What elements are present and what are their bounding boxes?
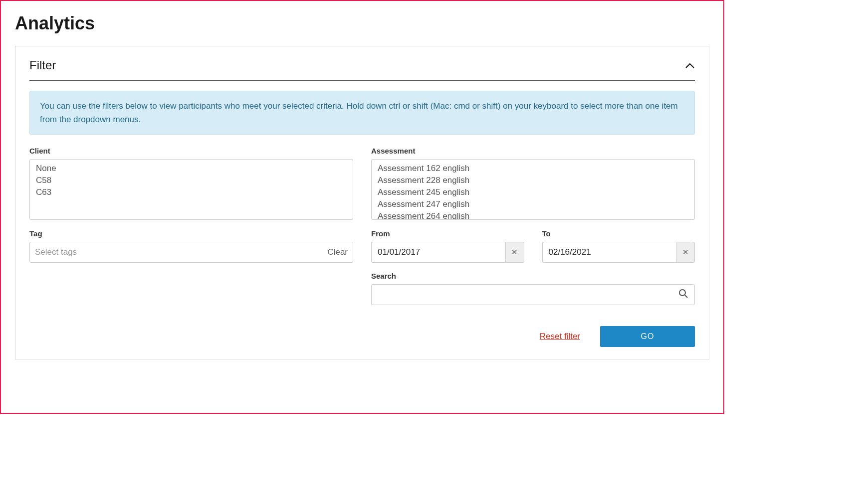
date-row: From ✕ To ✕ <box>371 229 695 263</box>
to-label: To <box>542 229 695 238</box>
right-column: Assessment Assessment 162 englishAssessm… <box>371 147 695 347</box>
client-option[interactable]: None <box>34 163 349 174</box>
from-field: From ✕ <box>371 229 524 263</box>
assessment-option[interactable]: Assessment 228 english <box>376 174 690 186</box>
assessment-option[interactable]: Assessment 245 english <box>376 186 690 198</box>
to-input[interactable] <box>542 242 676 263</box>
from-input[interactable] <box>371 242 505 263</box>
left-column: Client NoneC58C63 Tag Clear <box>29 147 353 347</box>
chevron-up-icon[interactable] <box>685 60 695 71</box>
assessment-field: Assessment Assessment 162 englishAssessm… <box>371 147 695 220</box>
client-field: Client NoneC58C63 <box>29 147 353 220</box>
from-clear-button[interactable]: ✕ <box>505 242 524 263</box>
filter-grid: Client NoneC58C63 Tag Clear Assessment A… <box>29 147 695 347</box>
client-label: Client <box>29 147 353 155</box>
from-label: From <box>371 229 524 238</box>
search-icon[interactable] <box>678 289 688 301</box>
assessment-option[interactable]: Assessment 264 english <box>376 210 690 220</box>
filter-heading: Filter <box>29 58 56 72</box>
to-field: To ✕ <box>542 229 695 263</box>
to-clear-button[interactable]: ✕ <box>676 242 695 263</box>
tag-input[interactable] <box>35 247 327 257</box>
actions-row: Reset filter GO <box>371 326 695 347</box>
svg-line-1 <box>685 295 687 298</box>
svg-point-0 <box>679 290 685 296</box>
client-listbox[interactable]: NoneC58C63 <box>29 159 353 220</box>
assessment-label: Assessment <box>371 147 695 155</box>
tag-label: Tag <box>29 229 353 238</box>
filter-header: Filter <box>29 58 695 81</box>
page-title: Analytics <box>15 13 709 34</box>
search-wrap <box>371 284 695 305</box>
client-option[interactable]: C58 <box>34 174 349 186</box>
to-input-group: ✕ <box>542 242 695 263</box>
close-icon: ✕ <box>682 248 689 257</box>
filter-panel: Filter You can use the filters below to … <box>15 46 709 359</box>
info-banner: You can use the filters below to view pa… <box>29 91 695 135</box>
from-input-group: ✕ <box>371 242 524 263</box>
search-label: Search <box>371 272 695 280</box>
assessment-option[interactable]: Assessment 247 english <box>376 198 690 210</box>
search-field: Search <box>371 272 695 305</box>
assessment-option[interactable]: Assessment 162 english <box>376 163 690 174</box>
tag-clear-button[interactable]: Clear <box>327 247 348 257</box>
search-input[interactable] <box>378 290 678 300</box>
close-icon: ✕ <box>511 248 518 257</box>
go-button[interactable]: GO <box>600 326 695 347</box>
reset-filter-link[interactable]: Reset filter <box>540 332 580 341</box>
assessment-listbox[interactable]: Assessment 162 englishAssessment 228 eng… <box>371 159 695 220</box>
tag-input-wrap: Clear <box>29 242 353 263</box>
client-option[interactable]: C63 <box>34 186 349 198</box>
tag-field: Tag Clear <box>29 229 353 263</box>
